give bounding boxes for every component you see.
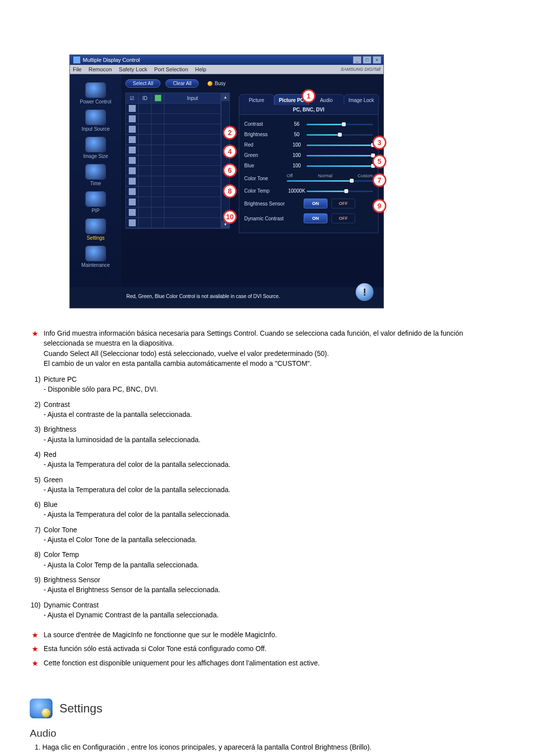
table-cell[interactable] xyxy=(126,207,139,218)
callout-3: 3 xyxy=(373,136,386,150)
slider[interactable] xyxy=(307,143,373,148)
item-number: 10) xyxy=(30,600,41,610)
table-cell xyxy=(152,124,164,135)
table-cell xyxy=(164,176,221,187)
checkbox[interactable] xyxy=(129,157,136,164)
list-item: 1)Picture PC- Disponible sólo para PC, B… xyxy=(30,374,505,400)
item-title: Blue xyxy=(44,500,505,509)
checkbox[interactable] xyxy=(129,188,136,195)
grid-scrollbar[interactable]: ▲ ▼ xyxy=(221,93,229,228)
item-number: 8) xyxy=(30,550,41,559)
nav-maintenance[interactable]: Maintenance xyxy=(74,244,117,269)
tab-image-lock[interactable]: Image Lock xyxy=(344,94,379,105)
tab-picture[interactable]: Picture xyxy=(239,94,274,105)
checkbox[interactable] xyxy=(129,209,136,216)
nav-label: Input Source xyxy=(82,126,110,132)
table-cell xyxy=(139,176,152,187)
table-cell xyxy=(139,145,152,155)
checkbox[interactable] xyxy=(129,147,136,153)
list-item: 4)Red- Ajusta la Temperatura del color d… xyxy=(30,450,505,475)
item-number: 3) xyxy=(30,424,41,434)
menu-port-selection[interactable]: Port Selection xyxy=(154,66,188,72)
item-title: Green xyxy=(44,475,505,485)
table-cell[interactable] xyxy=(126,176,139,187)
table-cell xyxy=(164,155,221,166)
slider[interactable] xyxy=(307,163,373,168)
table-cell[interactable] xyxy=(126,103,139,114)
menu-file[interactable]: File xyxy=(73,66,82,72)
maintenance-icon xyxy=(85,246,106,261)
slider[interactable] xyxy=(307,132,373,137)
dynamic-contrast-on[interactable]: ON xyxy=(304,213,327,223)
table-cell[interactable] xyxy=(126,197,139,207)
close-button[interactable]: × xyxy=(373,56,381,64)
table-cell[interactable] xyxy=(126,187,139,197)
brightness-sensor-off[interactable]: OFF xyxy=(331,199,355,208)
color-tone-slider[interactable] xyxy=(287,178,373,183)
table-cell xyxy=(152,155,164,166)
table-cell[interactable] xyxy=(126,145,139,155)
menu-remocon[interactable]: Remocon xyxy=(89,66,112,72)
menu-safety-lock[interactable]: Safety Lock xyxy=(119,66,147,72)
table-cell xyxy=(164,135,221,145)
table-cell[interactable] xyxy=(126,114,139,124)
table-cell[interactable] xyxy=(126,124,139,135)
item-title: Picture PC xyxy=(44,374,505,384)
table-cell[interactable] xyxy=(126,166,139,176)
checkbox[interactable] xyxy=(129,136,136,143)
table-cell xyxy=(152,166,164,176)
checkbox[interactable] xyxy=(129,126,136,133)
nav-settings[interactable]: Settings xyxy=(74,216,117,242)
minimize-button[interactable]: _ xyxy=(353,56,362,64)
scroll-track[interactable] xyxy=(221,101,229,220)
color-temp-slider[interactable] xyxy=(307,189,373,194)
slider-label: Red xyxy=(244,142,287,148)
table-cell xyxy=(152,145,164,155)
color-tone-row: Color Tone Off Normal Custom xyxy=(244,171,373,186)
list-item: 2)Contrast- Ajusta el contraste de la pa… xyxy=(30,400,505,425)
center-panel: Select All Clear All Busy ☑ ID xyxy=(121,74,234,287)
item-title: Brightness Sensor xyxy=(44,575,505,585)
menu-help[interactable]: Help xyxy=(195,66,207,72)
nav-input-source[interactable]: Input Source xyxy=(74,107,117,133)
maximize-button[interactable]: □ xyxy=(363,56,372,64)
content: Info Grid muestra información básica nec… xyxy=(30,328,505,751)
checkbox[interactable] xyxy=(129,115,136,122)
nav-time[interactable]: Time xyxy=(74,162,117,187)
brightness-sensor-on[interactable]: ON xyxy=(304,199,327,208)
checkbox[interactable] xyxy=(129,199,136,205)
scroll-up-icon[interactable]: ▲ xyxy=(221,93,229,101)
settings-icon xyxy=(85,218,106,234)
col-status xyxy=(152,93,164,103)
nav-image-size[interactable]: Image Size xyxy=(74,135,117,160)
col-input: Input xyxy=(164,93,221,103)
callout-5: 5 xyxy=(373,154,386,168)
sliders: Contrast56Brightness50Red100Green100Blue… xyxy=(244,119,373,171)
checkbox[interactable] xyxy=(129,219,136,226)
table-cell xyxy=(139,197,152,207)
nav-power-control[interactable]: Power Control xyxy=(74,80,117,105)
checkbox[interactable] xyxy=(129,105,136,112)
select-all-button[interactable]: Select All xyxy=(125,79,160,88)
slider[interactable] xyxy=(307,122,373,127)
slider-row: Contrast56 xyxy=(244,119,373,129)
table-cell xyxy=(139,166,152,176)
slider[interactable] xyxy=(307,153,373,158)
table-cell xyxy=(152,187,164,197)
table-cell xyxy=(164,124,221,135)
checkbox[interactable] xyxy=(129,167,136,174)
callout-1: 1 xyxy=(302,89,316,103)
table-cell[interactable] xyxy=(126,135,139,145)
window-title: Multiple Display Control xyxy=(83,57,140,63)
table-cell[interactable] xyxy=(126,155,139,166)
checkbox[interactable] xyxy=(129,178,136,185)
clear-all-button[interactable]: Clear All xyxy=(165,79,199,88)
intro-text: Cuando Select All (Seleccionar todo) est… xyxy=(44,350,329,357)
table-cell xyxy=(152,197,164,207)
table-cell[interactable] xyxy=(126,218,139,228)
table-cell xyxy=(139,114,152,124)
nav-pip[interactable]: PIP xyxy=(74,189,117,214)
dynamic-contrast-off[interactable]: OFF xyxy=(331,213,355,223)
window-buttons: _ □ × xyxy=(353,56,381,64)
table-cell xyxy=(152,176,164,187)
